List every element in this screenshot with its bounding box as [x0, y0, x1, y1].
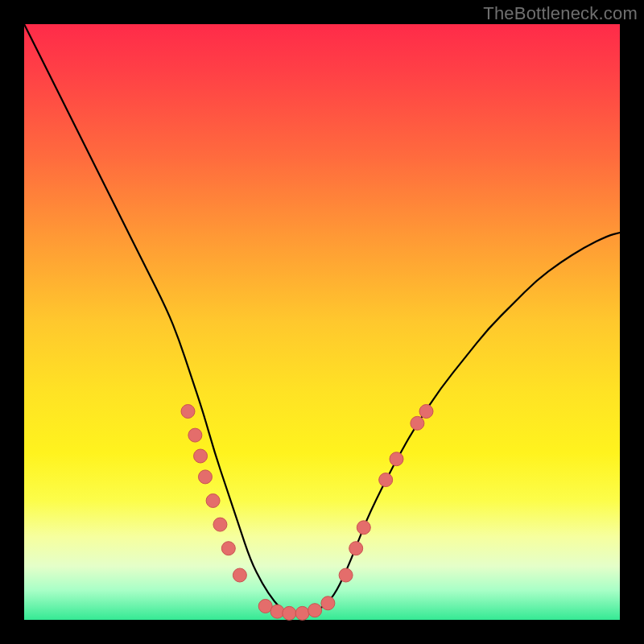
marker-dot: [270, 605, 284, 618]
marker-dot: [194, 449, 208, 463]
chart-svg: [24, 24, 620, 620]
marker-group: [181, 405, 433, 621]
marker-dot: [419, 405, 433, 419]
chart-frame: TheBottleneck.com: [0, 0, 644, 644]
bottleneck-curve: [24, 24, 620, 614]
marker-dot: [233, 568, 246, 582]
marker-dot: [283, 606, 296, 620]
plot-area: [24, 24, 620, 620]
marker-dot: [357, 521, 370, 535]
marker-dot: [181, 405, 195, 419]
marker-dot: [411, 416, 424, 430]
marker-dot: [321, 597, 335, 610]
marker-dot: [349, 542, 363, 555]
watermark-text: TheBottleneck.com: [483, 3, 638, 24]
marker-dot: [206, 494, 220, 508]
marker-dot: [339, 568, 353, 582]
marker-dot: [379, 473, 393, 487]
marker-dot: [295, 606, 309, 620]
marker-dot: [390, 452, 403, 466]
marker-dot: [308, 604, 322, 617]
marker-dot: [188, 428, 202, 442]
marker-dot: [198, 470, 212, 484]
marker-dot: [221, 542, 235, 555]
marker-dot: [213, 518, 227, 531]
